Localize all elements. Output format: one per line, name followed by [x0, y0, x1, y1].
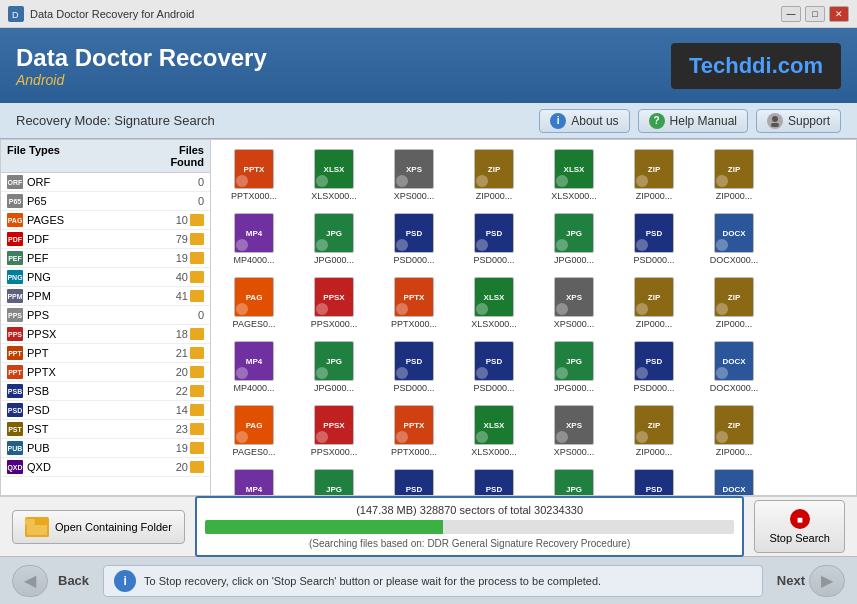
- file-thumbnail: ZIP: [634, 405, 674, 445]
- grid-file-item[interactable]: PAG PAGES0...: [215, 400, 293, 462]
- grid-file-item[interactable]: PPTX PPTX000...: [375, 400, 453, 462]
- grid-file-item[interactable]: PSD PSD000...: [375, 336, 453, 398]
- file-count: 18: [128, 328, 188, 340]
- back-arrow-button[interactable]: ◀: [12, 565, 48, 597]
- file-label: ZIP000...: [716, 319, 753, 329]
- help-icon: ?: [649, 113, 665, 129]
- grid-file-item[interactable]: MP4 MP4000...: [215, 208, 293, 270]
- file-grid-panel[interactable]: PPTX PPTX000... XLSX XLSX000... XPS XPS0…: [211, 140, 856, 495]
- grid-file-item[interactable]: PPSX PPSX000...: [295, 400, 373, 462]
- grid-file-item[interactable]: ZIP ZIP000...: [695, 144, 773, 206]
- support-button[interactable]: Support: [756, 109, 841, 133]
- progress-info-text: (147.38 MB) 328870 sectors of total 3023…: [205, 504, 735, 516]
- stop-search-button[interactable]: Stop Search: [754, 500, 845, 553]
- file-grid: PPTX PPTX000... XLSX XLSX000... XPS XPS0…: [211, 140, 856, 495]
- grid-file-item[interactable]: PSD PSD000...: [375, 208, 453, 270]
- grid-file-item[interactable]: PPTX PPTX000...: [215, 144, 293, 206]
- support-icon: [767, 113, 783, 129]
- list-item[interactable]: PDF PDF 79: [1, 230, 210, 249]
- stop-search-label: Stop Search: [769, 532, 830, 544]
- file-thumbnail: MP4: [234, 213, 274, 253]
- grid-file-item[interactable]: PPTX PPTX000...: [375, 272, 453, 334]
- grid-file-item[interactable]: XLSX XLSX000...: [295, 144, 373, 206]
- list-item[interactable]: PPS PPS 0: [1, 306, 210, 325]
- grid-file-item[interactable]: XLSX XLSX000...: [455, 272, 533, 334]
- grid-file-item[interactable]: JPG JPG000...: [535, 336, 613, 398]
- grid-file-item[interactable]: XPS XPS000...: [535, 400, 613, 462]
- list-item[interactable]: PEF PEF 19: [1, 249, 210, 268]
- list-item[interactable]: PPS PPSX 18: [1, 325, 210, 344]
- grid-file-item[interactable]: ZIP ZIP000...: [615, 144, 693, 206]
- file-type-name: PPS: [27, 309, 144, 321]
- file-thumbnail: JPG: [314, 213, 354, 253]
- maximize-button[interactable]: □: [805, 6, 825, 22]
- grid-file-item[interactable]: PSD PSD000...: [615, 464, 693, 495]
- stop-icon: [790, 509, 810, 529]
- close-button[interactable]: ✕: [829, 6, 849, 22]
- svg-rect-5: [25, 519, 35, 525]
- grid-file-item[interactable]: ZIP ZIP000...: [455, 144, 533, 206]
- list-item[interactable]: ORF ORF 0: [1, 173, 210, 192]
- grid-file-item[interactable]: MP4 MP4000...: [215, 336, 293, 398]
- file-type-name: PSD: [27, 404, 128, 416]
- brand-text: Techddi.com: [689, 53, 823, 78]
- grid-file-item[interactable]: JPG JPG000...: [295, 464, 373, 495]
- list-item[interactable]: PPT PPT 21: [1, 344, 210, 363]
- file-count: 19: [128, 442, 188, 454]
- list-item[interactable]: PPM PPM 41: [1, 287, 210, 306]
- grid-file-item[interactable]: XPS XPS000...: [375, 144, 453, 206]
- grid-file-item[interactable]: PSD PSD000...: [615, 208, 693, 270]
- grid-file-item[interactable]: XLSX XLSX000...: [455, 400, 533, 462]
- grid-file-item[interactable]: ZIP ZIP000...: [695, 272, 773, 334]
- open-containing-folder-button[interactable]: Open Containing Folder: [12, 510, 185, 544]
- list-item[interactable]: QXD QXD 20: [1, 458, 210, 477]
- grid-file-item[interactable]: PSD PSD000...: [455, 336, 533, 398]
- grid-file-item[interactable]: DOCX DOCX000...: [695, 464, 773, 495]
- grid-file-item[interactable]: PSD PSD000...: [455, 208, 533, 270]
- file-type-icon: PAG: [7, 213, 23, 227]
- next-arrow-button[interactable]: ▶: [809, 565, 845, 597]
- grid-file-item[interactable]: DOCX DOCX000...: [695, 208, 773, 270]
- list-item[interactable]: PUB PUB 19: [1, 439, 210, 458]
- file-thumbnail: XLSX: [554, 149, 594, 189]
- file-label: PAGES0...: [233, 319, 276, 329]
- list-item[interactable]: PAG PAGES 10: [1, 211, 210, 230]
- main-area: File Types Files Found ORF ORF 0 P65 P65…: [0, 139, 857, 496]
- grid-file-item[interactable]: JPG JPG000...: [295, 208, 373, 270]
- grid-file-item[interactable]: ZIP ZIP000...: [695, 400, 773, 462]
- grid-file-item[interactable]: MP4 MP4000...: [215, 464, 293, 495]
- grid-file-item[interactable]: PAG PAGES0...: [215, 272, 293, 334]
- grid-file-item[interactable]: XLSX XLSX000...: [535, 144, 613, 206]
- list-item[interactable]: PSD PSD 14: [1, 401, 210, 420]
- grid-file-item[interactable]: PPSX PPSX000...: [295, 272, 373, 334]
- file-type-icon: QXD: [7, 460, 23, 474]
- grid-file-item[interactable]: XPS XPS000...: [535, 272, 613, 334]
- grid-file-item[interactable]: PSD PSD000...: [375, 464, 453, 495]
- grid-file-item[interactable]: JPG JPG000...: [535, 208, 613, 270]
- grid-file-item[interactable]: ZIP ZIP000...: [615, 272, 693, 334]
- grid-file-item[interactable]: PSD PSD000...: [615, 336, 693, 398]
- grid-file-item[interactable]: JPG JPG000...: [295, 336, 373, 398]
- grid-file-item[interactable]: DOCX DOCX000...: [695, 336, 773, 398]
- grid-file-item[interactable]: PSD PSD000...: [455, 464, 533, 495]
- list-item[interactable]: PSB PSB 22: [1, 382, 210, 401]
- svg-rect-6: [27, 525, 47, 535]
- minimize-button[interactable]: —: [781, 6, 801, 22]
- about-us-button[interactable]: i About us: [539, 109, 629, 133]
- file-types-panel: File Types Files Found ORF ORF 0 P65 P65…: [1, 140, 211, 495]
- list-item[interactable]: P65 P65 0: [1, 192, 210, 211]
- count-bar: [190, 347, 204, 359]
- list-item[interactable]: PPT PPTX 20: [1, 363, 210, 382]
- grid-file-item[interactable]: ZIP ZIP000...: [615, 400, 693, 462]
- grid-file-item[interactable]: JPG JPG000...: [535, 464, 613, 495]
- file-thumbnail: ZIP: [714, 277, 754, 317]
- back-label: Back: [58, 573, 89, 588]
- list-item[interactable]: PNG PNG 40: [1, 268, 210, 287]
- svg-rect-3: [771, 123, 779, 127]
- window-controls[interactable]: — □ ✕: [781, 6, 849, 22]
- file-thumbnail: JPG: [554, 341, 594, 381]
- list-item[interactable]: PST PST 23: [1, 420, 210, 439]
- file-thumbnail: PPSX: [314, 405, 354, 445]
- file-thumbnail: PSD: [474, 213, 514, 253]
- help-manual-button[interactable]: ? Help Manual: [638, 109, 748, 133]
